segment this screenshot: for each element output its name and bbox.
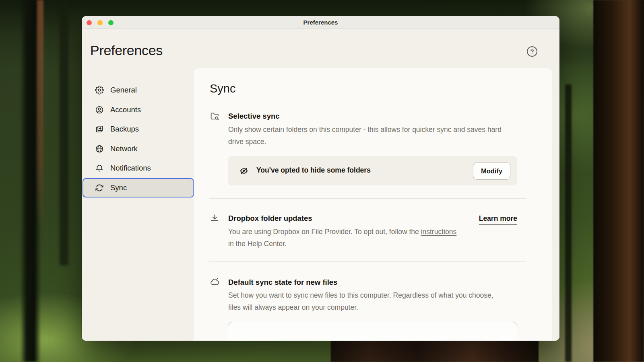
default-sync-dropdown[interactable]: [228, 322, 517, 341]
window-body: Preferences ? General Accounts: [82, 29, 559, 341]
sidebar-item-label: Backups: [110, 125, 139, 134]
section-divider: [209, 261, 526, 262]
section-title-default-sync: Default sync state for new files: [228, 278, 337, 287]
instructions-link[interactable]: instructions: [421, 228, 457, 236]
sidebar-item-label: Network: [110, 144, 138, 153]
folder-search-icon: [210, 111, 220, 121]
cloud-icon: [210, 277, 220, 287]
bell-icon: [95, 164, 104, 173]
default-sync-description: Set how you want to sync new files to th…: [228, 290, 505, 313]
help-icon[interactable]: ?: [527, 46, 537, 57]
sidebar: General Accounts Backups: [83, 80, 194, 197]
tree-trunk: [593, 0, 644, 362]
gear-icon: [95, 86, 104, 95]
sidebar-item-label: Notifications: [110, 164, 151, 173]
close-button[interactable]: [87, 20, 92, 25]
sidebar-item-notifications[interactable]: Notifications: [83, 158, 194, 178]
hidden-folders-message: You've opted to hide some folders: [256, 166, 371, 175]
tree-trunk: [60, 0, 68, 265]
sidebar-item-backups[interactable]: Backups: [83, 119, 194, 139]
selective-sync-description: Only show certain folders on this comput…: [228, 124, 507, 148]
sidebar-item-label: General: [110, 86, 137, 95]
window-title: Preferences: [303, 19, 338, 26]
preferences-window: Preferences Preferences ? General Accoun…: [82, 16, 559, 341]
tree-trunk: [565, 84, 572, 362]
desktop-wallpaper: Preferences Preferences ? General Accoun…: [0, 0, 644, 362]
section-divider: [209, 198, 526, 199]
sidebar-item-network[interactable]: Network: [83, 139, 194, 158]
globe-icon: [95, 144, 104, 153]
sync-settings-panel: Sync Selective sync Only show certain fo…: [194, 68, 552, 341]
section-title-folder-updates: Dropbox folder updates: [228, 214, 312, 223]
sync-arrows-icon: [95, 183, 104, 192]
description-text: in the Help Center.: [228, 240, 287, 248]
modify-button[interactable]: Modify: [473, 162, 510, 180]
sidebar-item-accounts[interactable]: Accounts: [83, 100, 194, 119]
eye-off-icon: [239, 166, 249, 176]
traffic-lights: [87, 20, 114, 25]
minimize-button[interactable]: [97, 20, 103, 25]
sidebar-item-label: Sync: [110, 183, 127, 192]
window-titlebar[interactable]: Preferences: [82, 16, 559, 29]
tree-trunk: [37, 0, 43, 233]
sidebar-item-general[interactable]: General: [83, 80, 194, 100]
account-circle-icon: [95, 105, 104, 114]
folder-updates-description: You are using Dropbox on File Provider. …: [228, 226, 462, 250]
section-title-selective-sync: Selective sync: [228, 112, 280, 121]
description-text: You are using Dropbox on File Provider. …: [228, 228, 421, 236]
sidebar-item-label: Accounts: [110, 105, 141, 114]
learn-more-link[interactable]: Learn more: [479, 214, 517, 225]
backups-icon: [95, 125, 104, 134]
sidebar-item-sync[interactable]: Sync: [83, 178, 194, 197]
hidden-folders-banner: You've opted to hide some folders Modify: [228, 156, 517, 185]
zoom-button[interactable]: [108, 20, 114, 25]
download-icon: [210, 213, 220, 223]
panel-title: Sync: [210, 82, 235, 95]
page-title: Preferences: [90, 43, 163, 58]
